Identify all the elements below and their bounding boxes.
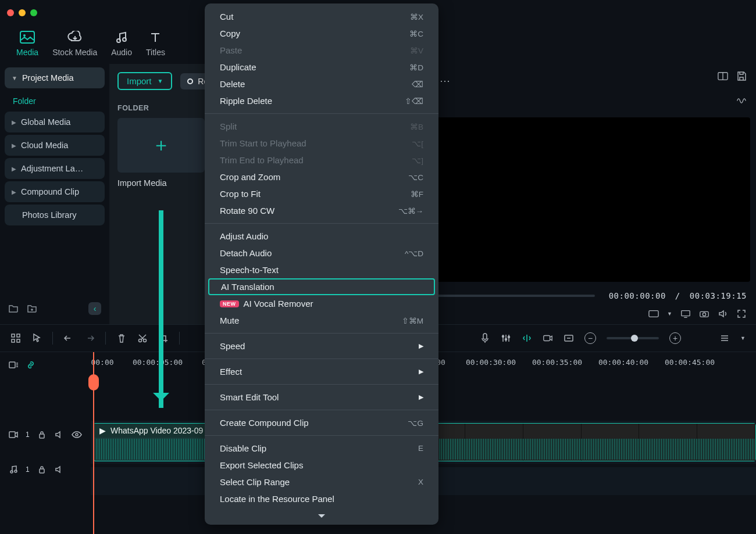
redo-icon[interactable] [84, 333, 95, 343]
snapshot-icon[interactable] [699, 309, 709, 319]
eye-icon[interactable] [72, 429, 82, 440]
add-track-icon[interactable] [8, 360, 19, 370]
add-folder-icon[interactable] [27, 303, 37, 314]
svg-rect-0 [20, 31, 34, 43]
audio-mixer-icon[interactable] [501, 333, 511, 343]
menu-speech-to-text[interactable]: Speech-to-Text [205, 261, 438, 278]
sidebar-item-label: Project Media [22, 73, 74, 83]
chevron-right-icon: ▶ [12, 166, 16, 172]
zoom-out-button[interactable]: − [584, 332, 596, 344]
track-index: 1 [26, 465, 30, 474]
svg-rect-11 [17, 334, 20, 337]
save-icon[interactable] [736, 71, 747, 81]
timeline-playhead[interactable] [93, 352, 94, 534]
menu-mute[interactable]: Mute⇧⌘M [205, 312, 438, 329]
svg-point-18 [505, 339, 507, 341]
minimize-icon[interactable] [19, 9, 26, 16]
ruler-tick: 00:00:30:00 [466, 358, 516, 367]
menu-cut[interactable]: Cut⌘X [205, 8, 438, 25]
menu-disable-clip[interactable]: Disable ClipE [205, 440, 438, 457]
play-icon: ▶ [99, 426, 106, 435]
svg-rect-6 [649, 310, 658, 317]
import-label: Import [127, 76, 152, 86]
sidebar-item-cloud-media[interactable]: ▶ Cloud Media [5, 135, 105, 156]
lock-icon[interactable] [37, 464, 47, 475]
import-media-tile[interactable]: ＋ [117, 118, 205, 173]
menu-smart-edit[interactable]: Smart Edit Tool▶ [205, 389, 438, 406]
more-icon[interactable]: ⋯ [440, 74, 451, 87]
sidebar-item-project-media[interactable]: ▼ Project Media [5, 67, 105, 88]
sidebar-item-global-media[interactable]: ▶ Global Media [5, 112, 105, 132]
video-track-controls: 1 [0, 422, 91, 447]
volume-icon[interactable] [718, 309, 728, 319]
audio-track-controls: 1 [0, 457, 91, 482]
tab-audio[interactable]: Audio [111, 30, 132, 57]
svg-point-1 [23, 34, 26, 37]
context-menu: Cut⌘X Copy⌘C Paste⌘V Duplicate⌘D Delete⌫… [205, 3, 438, 525]
sidebar-item-adjustment-layer[interactable]: ▶ Adjustment La… [5, 158, 105, 179]
waveform-icon[interactable] [736, 94, 747, 105]
window-controls[interactable] [0, 3, 44, 22]
dual-view-icon[interactable] [718, 71, 728, 81]
menu-rotate[interactable]: Rotate 90 CW⌥⌘→ [205, 202, 438, 219]
render-icon[interactable] [543, 333, 553, 343]
tab-titles[interactable]: Titles [146, 30, 165, 57]
mute-icon[interactable] [54, 429, 65, 440]
annotation-arrow [159, 210, 163, 408]
zoom-icon[interactable] [30, 9, 37, 16]
link-icon[interactable] [26, 360, 36, 370]
menu-speed[interactable]: Speed▶ [205, 338, 438, 354]
menu-effect[interactable]: Effect▶ [205, 363, 438, 380]
svg-rect-24 [40, 434, 44, 438]
collapse-sidebar-button[interactable]: ‹ [88, 302, 101, 315]
display-icon[interactable] [680, 309, 691, 319]
menu-ai-translation[interactable]: AI Translation [208, 278, 435, 295]
import-button[interactable]: Import ▼ [117, 72, 172, 90]
sidebar-item-photos-library[interactable]: Photos Library [5, 205, 105, 225]
sidebar-item-folder[interactable]: Folder [5, 91, 105, 112]
mic-icon[interactable] [480, 333, 490, 343]
undo-icon[interactable] [63, 333, 74, 343]
menu-detach-audio[interactable]: Detach Audio^⌥D [205, 245, 438, 261]
fit-icon[interactable] [564, 333, 574, 343]
list-view-icon[interactable] [719, 333, 730, 343]
zoom-in-button[interactable]: + [669, 332, 681, 344]
tab-audio-label: Audio [111, 48, 132, 57]
sidebar-item-label: Global Media [21, 117, 70, 127]
menu-duplicate[interactable]: Duplicate⌘D [205, 59, 438, 76]
ruler-tick: 00:00 [91, 358, 113, 367]
menu-copy[interactable]: Copy⌘C [205, 25, 438, 42]
menu-adjust-audio[interactable]: Adjust Audio [205, 228, 438, 245]
menu-delete[interactable]: Delete⌫ [205, 76, 438, 92]
chevron-right-icon: ▶ [419, 342, 423, 350]
mute-icon[interactable] [54, 464, 65, 475]
menu-crop-zoom[interactable]: Crop and Zoom⌥C [205, 169, 438, 185]
menu-locate[interactable]: Locate in the Resource Panel [205, 490, 438, 507]
menu-create-compound[interactable]: Create Compound Clip⌥G [205, 414, 438, 431]
fullscreen-icon[interactable] [736, 309, 747, 319]
grid-icon[interactable] [10, 333, 21, 343]
sidebar-item-compound-clip[interactable]: ▶ Compound Clip [5, 181, 105, 202]
menu-ai-vocal-remover[interactable]: NEWAI Vocal Remover [205, 295, 438, 312]
media-icon [19, 30, 35, 44]
menu-select-range[interactable]: Select Clip RangeX [205, 474, 438, 490]
zoom-slider[interactable] [607, 337, 659, 339]
menu-export-selected[interactable]: Export Selected Clips [205, 457, 438, 474]
cursor-icon[interactable] [31, 333, 42, 343]
lock-icon[interactable] [37, 429, 47, 440]
menu-ripple-delete[interactable]: Ripple Delete⇧⌫ [205, 92, 438, 109]
marker-icon[interactable] [522, 333, 532, 343]
svg-point-27 [15, 470, 17, 472]
menu-crop-fit[interactable]: Crop to Fit⌘F [205, 185, 438, 202]
cut-icon[interactable] [137, 333, 148, 343]
new-folder-icon[interactable] [8, 303, 19, 314]
sidebar-item-label: Cloud Media [21, 141, 68, 150]
tab-media[interactable]: Media [16, 30, 38, 57]
svg-rect-22 [9, 362, 15, 368]
new-badge: NEW [220, 300, 239, 307]
ratio-icon[interactable] [648, 309, 659, 319]
delete-icon[interactable] [116, 333, 127, 343]
tab-stock-media[interactable]: Stock Media [52, 30, 97, 57]
timecode-duration: 00:03:19:15 [690, 291, 747, 300]
close-icon[interactable] [7, 9, 14, 16]
